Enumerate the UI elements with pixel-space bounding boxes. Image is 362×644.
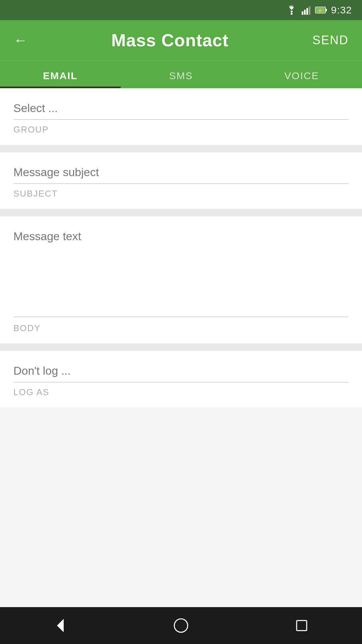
subject-section: SUBJECT xyxy=(0,152,362,209)
nav-bar xyxy=(0,607,362,644)
log-label: LOG AS xyxy=(13,387,349,397)
app-bar: ← Mass Contact SEND xyxy=(0,20,362,60)
svg-point-10 xyxy=(174,619,188,632)
body-label: BODY xyxy=(13,323,349,333)
signal-icon xyxy=(302,5,311,15)
divider-2 xyxy=(0,209,362,216)
status-icons: ⚡ 9:32 xyxy=(286,4,352,16)
send-button[interactable]: SEND xyxy=(309,30,352,51)
svg-rect-4 xyxy=(309,6,310,15)
svg-rect-6 xyxy=(325,9,327,11)
page-title: Mass Contact xyxy=(111,30,229,50)
body-section: BODY xyxy=(0,216,362,343)
body-input[interactable] xyxy=(13,230,349,317)
tab-voice[interactable]: VOICE xyxy=(241,61,362,88)
nav-recent-button[interactable] xyxy=(288,612,315,639)
status-time: 9:32 xyxy=(331,4,352,16)
subject-label: SUBJECT xyxy=(13,189,349,199)
group-label: GROUP xyxy=(13,124,349,135)
group-section: GROUP xyxy=(0,88,362,145)
wifi-icon xyxy=(286,5,298,15)
svg-point-0 xyxy=(291,13,293,15)
svg-marker-9 xyxy=(57,619,64,632)
svg-rect-11 xyxy=(297,621,307,631)
tab-email[interactable]: EMAIL xyxy=(0,61,121,88)
group-input[interactable] xyxy=(13,102,349,120)
svg-text:⚡: ⚡ xyxy=(317,8,322,13)
subject-input[interactable] xyxy=(13,166,349,184)
back-button[interactable]: ← xyxy=(10,29,31,52)
log-section: LOG AS xyxy=(0,351,362,408)
tabs-container: EMAIL SMS VOICE xyxy=(0,60,362,88)
status-bar: ⚡ 9:32 xyxy=(0,0,362,20)
content-area: GROUP SUBJECT BODY LOG AS xyxy=(0,88,362,644)
divider-1 xyxy=(0,145,362,152)
svg-rect-1 xyxy=(302,11,303,15)
nav-back-button[interactable] xyxy=(47,612,74,639)
svg-rect-3 xyxy=(306,8,308,15)
battery-icon: ⚡ xyxy=(315,5,327,15)
tab-sms[interactable]: SMS xyxy=(121,61,241,88)
nav-home-button[interactable] xyxy=(168,612,194,639)
divider-3 xyxy=(0,343,362,351)
svg-rect-2 xyxy=(304,10,306,15)
log-input[interactable] xyxy=(13,364,349,382)
